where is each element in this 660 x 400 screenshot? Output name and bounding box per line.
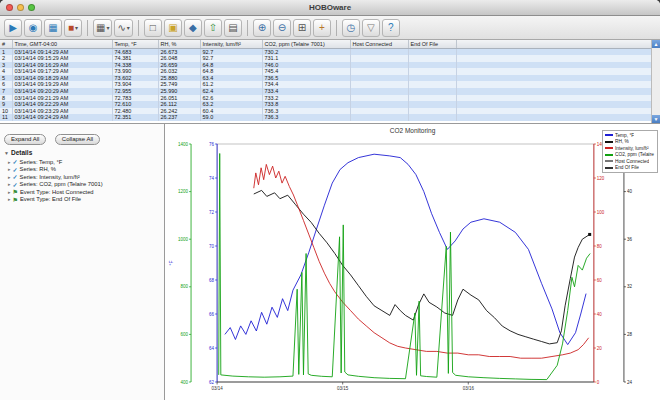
table-scrollbar[interactable]: ▲ ▼: [651, 40, 660, 123]
details-tree-item[interactable]: ▸⚑Event Type: End Of File: [4, 196, 160, 204]
column-header-7[interactable]: End Of File: [408, 40, 456, 48]
table-row[interactable]: 1003/14/14 09:23:29 AM72.48026.24260.473…: [0, 108, 651, 115]
column-header-0[interactable]: #: [0, 40, 12, 48]
table-row[interactable]: 903/14/14 09:22:29 AM72.61026.11263.2733…: [0, 101, 651, 108]
stop-device-button[interactable]: ■▾: [64, 19, 82, 37]
expand-arrow-icon[interactable]: ▸: [8, 181, 11, 187]
details-tree-item[interactable]: ▸✓Series: RH, %: [4, 166, 160, 174]
table-cell: 10: [0, 108, 12, 115]
column-header-3[interactable]: RH, %: [158, 40, 200, 48]
collapse-all-button[interactable]: Collapse All: [55, 134, 100, 145]
column-header-6[interactable]: Host Connected: [350, 40, 408, 48]
tick-label-temp: 70: [209, 244, 215, 249]
table-row[interactable]: 103/14/14 09:14:29 AM74.68326.67392.7730…: [0, 48, 651, 55]
table-cell: 734.4: [262, 81, 350, 88]
tree-item-label: Series: CO2, ppm (Telaire 7001): [20, 181, 103, 187]
tick-label-intensity: 20: [597, 346, 603, 351]
table-cell: 5: [0, 75, 12, 82]
table-view-icon: ▦: [96, 23, 105, 33]
tick-label-co2: 800: [181, 284, 189, 289]
export-button[interactable]: ⇧: [204, 19, 222, 37]
column-header-2[interactable]: Temp, °F: [112, 40, 158, 48]
table-row[interactable]: 503/14/14 09:18:29 AM73.60225.88063.4736…: [0, 75, 651, 82]
table-row[interactable]: 603/14/14 09:19:29 AM73.90425.74961.2734…: [0, 81, 651, 88]
crosshair-icon: +: [319, 23, 325, 33]
dropdown-caret-icon: ▾: [127, 24, 130, 31]
readout-device-icon: ◉: [29, 23, 38, 33]
lower-split: Expand All Collapse All ▼ Details ▸✓Seri…: [0, 124, 660, 400]
open-file-button[interactable]: ▣: [164, 19, 182, 37]
column-header-4[interactable]: Intensity, lum/ft²: [200, 40, 262, 48]
tick-label-co2: 1000: [178, 237, 189, 242]
expand-arrow-icon[interactable]: ▸: [8, 174, 11, 180]
table-view-button[interactable]: ▦▾: [93, 19, 112, 37]
table-cell: [350, 88, 408, 95]
table-cell: 26.242: [158, 108, 200, 115]
table-row[interactable]: 703/14/14 09:20:29 AM72.95525.99062.4733…: [0, 88, 651, 95]
filter-button[interactable]: ▽: [362, 19, 380, 37]
help-button[interactable]: ?: [382, 19, 400, 37]
table-cell: 73.904: [112, 81, 158, 88]
zoom-in-icon: ⊕: [258, 23, 266, 33]
table-cell: [456, 114, 651, 121]
legend-swatch: [605, 147, 613, 149]
column-header-5[interactable]: CO2, ppm (Telaire 7001): [262, 40, 350, 48]
close-window-button[interactable]: [6, 4, 13, 11]
x-tick-label: 03/14: [211, 386, 223, 391]
tick-label-rh: 32: [627, 284, 633, 289]
tick-label-temp: 72: [209, 210, 215, 215]
table-cell: 03/14/14 09:15:29 AM: [12, 55, 112, 62]
table-cell: 6: [0, 81, 12, 88]
new-file-button[interactable]: □: [144, 19, 162, 37]
launch-device-button[interactable]: ▶: [4, 19, 22, 37]
table-cell: [350, 55, 408, 62]
disclosure-triangle-icon: ▼: [4, 150, 9, 156]
table-row[interactable]: 803/14/14 09:21:29 AM72.78326.05162.6733…: [0, 95, 651, 102]
minimize-window-button[interactable]: [17, 4, 24, 11]
column-header-8[interactable]: [456, 40, 651, 48]
zoom-window-button[interactable]: [28, 4, 35, 11]
zoom-out-button[interactable]: ⊖: [273, 19, 291, 37]
table-cell: 61.2: [200, 81, 262, 88]
details-tree-item[interactable]: ▸⚑Event Type: Host Connected: [4, 188, 160, 196]
expand-arrow-icon[interactable]: ▸: [8, 166, 11, 172]
table-row[interactable]: 203/14/14 09:15:29 AM74.38126.04892.7731…: [0, 55, 651, 62]
pan-button[interactable]: ⊞: [293, 19, 311, 37]
save-file-icon: ◆: [189, 23, 197, 33]
table-cell: [350, 68, 408, 75]
save-file-button[interactable]: ◆: [184, 19, 202, 37]
legend-label: Intensity, lum/ft²: [615, 146, 649, 151]
table-cell: [408, 101, 456, 108]
device-status-button[interactable]: ▦: [44, 19, 62, 37]
table-row[interactable]: 403/14/14 09:17:29 AM73.99026.03264.8745…: [0, 68, 651, 75]
table-row[interactable]: 303/14/14 09:16:29 AM74.33826.65964.8746…: [0, 62, 651, 69]
expand-arrow-icon[interactable]: ▸: [8, 189, 11, 195]
timezone-button[interactable]: ◷: [342, 19, 360, 37]
tick-label-rh: 28: [627, 332, 633, 337]
titlebar[interactable]: HOBOware: [0, 0, 660, 16]
details-tree-item[interactable]: ▸✓Series: Temp, °F: [4, 158, 160, 166]
plot-view-button[interactable]: ∿▾: [114, 19, 132, 37]
expand-arrow-icon[interactable]: ▸: [8, 159, 11, 165]
readout-device-button[interactable]: ◉: [24, 19, 42, 37]
table-cell: [456, 62, 651, 69]
column-header-1[interactable]: Time, GMT-04:00: [12, 40, 112, 48]
print-button[interactable]: ▤: [224, 19, 242, 37]
zoom-in-button[interactable]: ⊕: [253, 19, 271, 37]
series-check-icon: ✓: [13, 158, 18, 165]
table-cell: 74.381: [112, 55, 158, 62]
details-header[interactable]: ▼ Details: [4, 149, 160, 156]
details-tree-item[interactable]: ▸✓Series: CO2, ppm (Telaire 7001): [4, 181, 160, 189]
chart-svg[interactable]: 6264666870727476400600800100012001400020…: [165, 124, 660, 400]
expand-all-button[interactable]: Expand All: [4, 134, 46, 145]
tick-label-temp: 68: [209, 278, 215, 283]
table-cell: 73.990: [112, 68, 158, 75]
scroll-up-icon[interactable]: ▲: [652, 40, 660, 48]
app-window: HOBOware ▶◉▦■▾▦▾∿▾□▣◆⇧▤⊕⊖⊞+◷▽? #Time, GM…: [0, 0, 660, 400]
expand-arrow-icon[interactable]: ▸: [8, 196, 11, 202]
crosshair-button[interactable]: +: [313, 19, 331, 37]
scroll-down-icon[interactable]: ▼: [652, 115, 660, 123]
details-tree-item[interactable]: ▸✓Series: Intensity, lum/ft²: [4, 173, 160, 181]
table-cell: 26.673: [158, 48, 200, 55]
table-row[interactable]: 1103/14/14 09:24:29 AM72.35126.23759.073…: [0, 114, 651, 121]
